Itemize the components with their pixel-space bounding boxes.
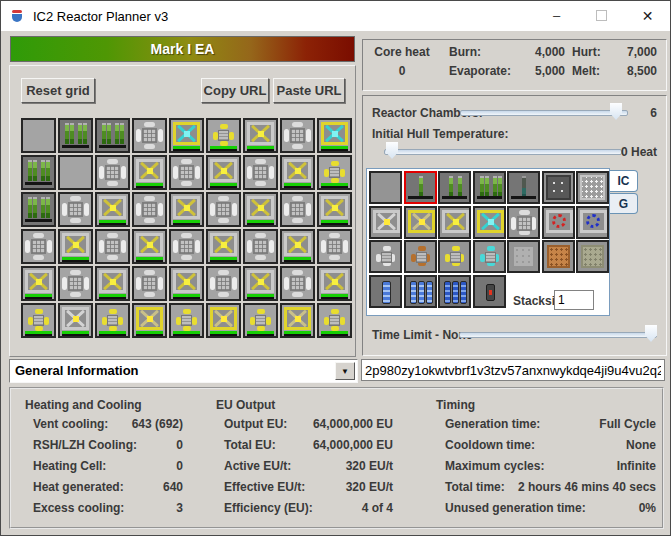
grid-cell-component_heat_vent[interactable]	[95, 155, 130, 190]
info-view-dropdown[interactable]: General Information ▼	[9, 359, 358, 383]
grid-cell-advanced_heat_vent[interactable]	[21, 266, 56, 301]
hull-slider-track[interactable]	[384, 149, 622, 155]
grid-cell-component_heat_vent[interactable]	[317, 229, 352, 264]
time-slider-track[interactable]	[459, 332, 657, 338]
palette-item-advanced_heat_vent[interactable]	[438, 206, 471, 239]
minimize-button[interactable]: –	[534, 1, 579, 30]
grid-cell-advanced_heat_vent[interactable]	[132, 155, 167, 190]
palette-item-heat_vent[interactable]	[369, 206, 402, 239]
palette-item-thick_neutron_reflector[interactable]	[576, 171, 609, 204]
reset-grid-button[interactable]: Reset grid	[21, 78, 95, 103]
grid-cell-component_heat_vent[interactable]	[169, 229, 204, 264]
grid-cell-empty[interactable]	[21, 118, 56, 153]
grid-cell-component_heat_vent[interactable]	[243, 155, 278, 190]
grid-cell-advanced_heat_vent[interactable]	[243, 266, 278, 301]
palette-item-containment_reactor_plating[interactable]	[542, 240, 575, 273]
grid-cell-component_heat_vent[interactable]	[206, 192, 241, 227]
palette-item-overclocked_heat_vent[interactable]	[473, 206, 506, 239]
grid-cell-advanced_heat_vent[interactable]	[95, 192, 130, 227]
grid-cell-advanced_heat_exchanger[interactable]	[206, 118, 241, 153]
grid-cell-component_heat_vent[interactable]	[243, 229, 278, 264]
palette-item-reactor_heat_vent[interactable]	[404, 206, 437, 239]
grid-cell-component_heat_vent[interactable]	[280, 266, 315, 301]
copy-url-button[interactable]: Copy URL	[201, 78, 269, 103]
grid-cell-component_heat_vent[interactable]	[132, 266, 167, 301]
time-limit-slider[interactable]	[459, 325, 657, 343]
grid-cell-overclocked_heat_vent[interactable]	[317, 118, 352, 153]
grid-cell-advanced_heat_vent[interactable]	[317, 266, 352, 301]
grid-cell-advanced_heat_vent[interactable]	[243, 192, 278, 227]
grid-cell-component_heat_vent[interactable]	[95, 229, 130, 264]
grid-cell-component_heat_vent[interactable]	[280, 118, 315, 153]
chambers-slider-track[interactable]	[460, 110, 628, 116]
maximize-button[interactable]	[579, 1, 624, 30]
chambers-slider[interactable]	[460, 103, 628, 121]
grid-cell-fuel_rod_quad[interactable]	[58, 118, 93, 153]
hull-temp-slider[interactable]	[384, 142, 622, 160]
grid-cell-overclocked_heat_vent[interactable]	[169, 118, 204, 153]
grid-cell-advanced_heat_vent[interactable]	[95, 266, 130, 301]
grid-cell-empty[interactable]	[58, 155, 93, 190]
grid-cell-advanced_heat_exchanger[interactable]	[243, 303, 278, 338]
tab-gregtech-components[interactable]: G	[610, 193, 638, 214]
palette-item-heat_capacity_reactor_plating[interactable]	[576, 240, 609, 273]
grid-cell-advanced_heat_vent[interactable]	[317, 192, 352, 227]
grid-cell-component_heat_vent[interactable]	[169, 155, 204, 190]
grid-cell-component_heat_vent[interactable]	[206, 266, 241, 301]
palette-item-reactor_heat_exchanger[interactable]	[404, 240, 437, 273]
palette-item-fuel_rod_quad[interactable]	[473, 171, 506, 204]
grid-cell-heat_vent[interactable]	[58, 303, 93, 338]
palette-item-component_heat_exchanger[interactable]	[473, 240, 506, 273]
grid-cell-advanced_heat_vent[interactable]	[280, 155, 315, 190]
grid-cell-advanced_heat_vent[interactable]	[243, 118, 278, 153]
grid-cell-advanced_heat_vent[interactable]	[169, 192, 204, 227]
grid-cell-advanced_heat_exchanger[interactable]	[317, 155, 352, 190]
close-button[interactable]: ✕	[624, 1, 671, 30]
paste-url-button[interactable]: Paste URL	[273, 78, 345, 103]
grid-cell-component_heat_vent[interactable]	[58, 192, 93, 227]
palette-item-depleted_fuel_rod[interactable]	[507, 171, 540, 204]
grid-cell-advanced_heat_vent[interactable]	[58, 229, 93, 264]
grid-cell-reactor_heat_vent[interactable]	[206, 303, 241, 338]
palette-item-heat_exchanger[interactable]	[369, 240, 402, 273]
chevron-down-icon[interactable]: ▼	[335, 362, 355, 380]
palette-item-heating_cell[interactable]	[473, 275, 506, 308]
grid-cell-component_heat_vent[interactable]	[132, 118, 167, 153]
grid-cell-reactor_heat_vent[interactable]	[280, 303, 315, 338]
grid-cell-advanced_heat_exchanger[interactable]	[95, 303, 130, 338]
grid-cell-fuel_rod_quad[interactable]	[95, 118, 130, 153]
palette-item-coolant_cell_30k[interactable]	[404, 275, 437, 308]
grid-cell-advanced_heat_vent[interactable]	[280, 229, 315, 264]
grid-cell-advanced_heat_vent[interactable]	[206, 155, 241, 190]
palette-item-fuel_rod_dual[interactable]	[438, 171, 471, 204]
grid-cell-fuel_rod_quad[interactable]	[21, 192, 56, 227]
hull-slider-thumb[interactable]	[386, 142, 398, 159]
tab-ic2-components[interactable]: IC	[610, 170, 638, 192]
grid-cell-component_heat_vent[interactable]	[132, 192, 167, 227]
grid-cell-component_heat_vent[interactable]	[58, 266, 93, 301]
palette-item-advanced_heat_exchanger[interactable]	[438, 240, 471, 273]
grid-cell-advanced_heat_exchanger[interactable]	[317, 303, 352, 338]
palette-item-empty[interactable]	[369, 171, 402, 204]
title-bar[interactable]: IC2 Reactor Planner v3 – ✕	[1, 1, 670, 31]
palette-item-fuel_rod[interactable]	[404, 171, 437, 204]
grid-cell-advanced_heat_vent[interactable]	[206, 229, 241, 264]
palette-item-component_heat_vent[interactable]	[507, 206, 540, 239]
reactor-code-input[interactable]	[361, 359, 665, 381]
palette-item-reactor_plating[interactable]	[507, 240, 540, 273]
palette-item-coolant_cell_10k[interactable]	[369, 275, 402, 308]
grid-cell-component_heat_vent[interactable]	[21, 229, 56, 264]
palette-item-neutron_reflector[interactable]	[542, 171, 575, 204]
grid-cell-advanced_heat_exchanger[interactable]	[169, 303, 204, 338]
grid-cell-component_heat_vent[interactable]	[280, 192, 315, 227]
time-slider-thumb[interactable]	[645, 325, 657, 342]
palette-item-rsh_condensator[interactable]	[542, 206, 575, 239]
palette-item-lzh_condensator[interactable]	[576, 206, 609, 239]
chambers-slider-thumb[interactable]	[610, 103, 622, 120]
grid-cell-advanced_heat_vent[interactable]	[169, 266, 204, 301]
palette-item-coolant_cell_60k[interactable]	[438, 275, 471, 308]
stacksize-input[interactable]	[554, 290, 594, 310]
grid-cell-reactor_heat_vent[interactable]	[132, 303, 167, 338]
grid-cell-advanced_heat_exchanger[interactable]	[21, 303, 56, 338]
grid-cell-fuel_rod_quad[interactable]	[21, 155, 56, 190]
